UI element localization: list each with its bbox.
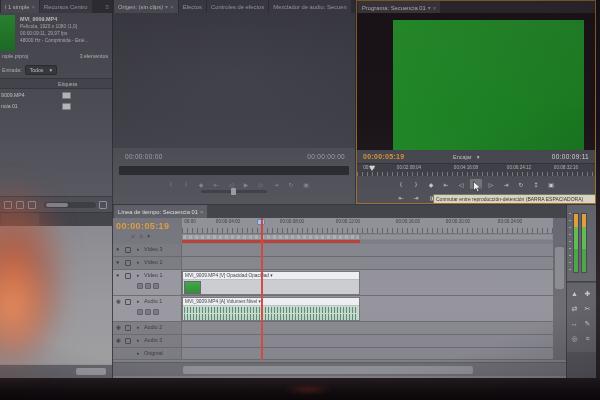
panel-menu-icon[interactable]: ≡ bbox=[352, 0, 355, 13]
slip-tool-icon[interactable]: ↔ bbox=[568, 316, 581, 331]
snap-settings-icon[interactable]: ◇ bbox=[139, 233, 143, 239]
track-expand-arrow-icon[interactable]: ▸ bbox=[137, 259, 140, 265]
tab-media-browser[interactable]: Recursos Centro bbox=[40, 0, 92, 13]
close-icon[interactable]: × bbox=[170, 4, 174, 10]
track-lock-icon[interactable] bbox=[125, 273, 131, 279]
add-marker-button[interactable]: ◆ bbox=[195, 179, 207, 189]
timeline-audio-clip[interactable]: MVI_9009.MP4 [A] Volumen:Nivel ▾ bbox=[182, 297, 360, 321]
selection-tool-icon[interactable]: ▲ bbox=[568, 286, 581, 301]
track-mute-toggle-icon[interactable]: ◉ bbox=[116, 337, 121, 343]
audio-clip-label: MVI_9009.MP4 [A] Volumen:Nivel ▾ bbox=[183, 298, 359, 306]
keyframe-controls[interactable] bbox=[137, 309, 159, 315]
timeline-hscrollbar[interactable] bbox=[113, 362, 566, 376]
loop-button[interactable]: ↻ bbox=[515, 179, 527, 189]
tab-timeline-label: Línea de tiempo: Secuencia 01 bbox=[118, 209, 198, 215]
track-output-toggle-icon[interactable]: ● bbox=[116, 272, 119, 278]
track-select-tool-icon[interactable]: ✚ bbox=[581, 286, 594, 301]
ripple-edit-tool-icon[interactable]: ⇄ bbox=[568, 301, 581, 316]
work-area-bar-tail[interactable] bbox=[360, 234, 553, 240]
track-lock-icon[interactable] bbox=[125, 299, 131, 305]
tab-source[interactable]: Origen: (sin clips)▾× bbox=[114, 0, 178, 13]
track-row-audio3[interactable]: ◉ ▸ Audio 3 bbox=[113, 335, 553, 348]
list-column-header[interactable]: Etiqueta bbox=[0, 78, 112, 89]
mark-out-button[interactable]: } bbox=[180, 179, 192, 189]
close-icon[interactable]: × bbox=[200, 209, 204, 215]
label-chip[interactable] bbox=[62, 103, 71, 110]
set-marker-icon[interactable]: ▾ bbox=[147, 233, 150, 239]
tab-source-label: Origen: (sin clips) bbox=[118, 4, 163, 10]
track-mute-toggle-icon[interactable]: ◉ bbox=[116, 324, 121, 330]
filter-dropdown[interactable]: Todos▾ bbox=[25, 65, 57, 75]
track-expand-arrow-icon[interactable]: ▸ bbox=[137, 350, 140, 356]
add-marker-button[interactable]: ◆ bbox=[425, 179, 437, 189]
track-lock-icon[interactable] bbox=[125, 247, 131, 253]
loop-button[interactable]: ↻ bbox=[285, 179, 297, 189]
export-frame-button[interactable]: ▣ bbox=[300, 179, 312, 189]
track-output-toggle-icon[interactable]: ● bbox=[116, 246, 119, 252]
shuttle-knob[interactable] bbox=[231, 188, 236, 195]
step-back-button[interactable]: ◁ bbox=[455, 179, 467, 189]
mark-in-button[interactable]: { bbox=[165, 179, 177, 189]
tab-timeline[interactable]: Línea de tiempo: Secuencia 01× bbox=[114, 205, 207, 218]
step-forward-button[interactable]: ▷ bbox=[485, 179, 497, 189]
go-to-in-button[interactable]: ⇤ bbox=[440, 179, 452, 189]
project-item-row[interactable]: ncia 01 bbox=[0, 101, 112, 112]
track-expand-arrow-icon[interactable]: ▸ bbox=[137, 298, 140, 304]
scroll-right-icon[interactable] bbox=[99, 201, 107, 209]
zoom-tool-icon[interactable]: ≡ bbox=[581, 331, 594, 346]
hand-tool-icon[interactable]: ◎ bbox=[568, 331, 581, 346]
track-output-toggle-icon[interactable]: ● bbox=[116, 259, 119, 265]
go-to-out-button[interactable]: ⇥ bbox=[500, 179, 512, 189]
video-clip-body bbox=[183, 280, 359, 294]
track-expand-arrow-icon[interactable]: ▸ bbox=[137, 337, 140, 343]
mark-in-button[interactable]: { bbox=[395, 179, 407, 189]
close-icon[interactable]: × bbox=[31, 4, 35, 10]
track-row-video2[interactable]: ● ▸ Vídeo 2 bbox=[113, 257, 553, 270]
snap-magnet-icon[interactable]: ∪ bbox=[131, 233, 135, 239]
track-expand-arrow-icon[interactable]: ▸ bbox=[137, 324, 140, 330]
export-frame-button[interactable]: ▣ bbox=[545, 179, 557, 189]
play-button[interactable]: ▶ bbox=[240, 179, 252, 189]
track-lock-icon[interactable] bbox=[125, 260, 131, 266]
project-item-row[interactable]: 9009.MP4 bbox=[0, 90, 112, 101]
pen-tool-icon[interactable]: ✎ bbox=[581, 316, 594, 331]
program-mini-ruler[interactable]: 00:00 00:02:08:04 00:04:16:08 00:06:24:1… bbox=[357, 163, 595, 176]
timeline-vscrollbar[interactable] bbox=[553, 244, 566, 360]
timeline-current-timecode[interactable]: 00:00:05:19 bbox=[116, 221, 169, 231]
close-icon[interactable]: × bbox=[433, 5, 437, 11]
track-expand-arrow-icon[interactable]: ▸ bbox=[137, 272, 140, 278]
razor-tool-icon[interactable]: ✂ bbox=[581, 301, 594, 316]
track-row-audio2[interactable]: ◉ ▸ Audio 2 bbox=[113, 322, 553, 335]
track-row-master[interactable]: ▸ Original bbox=[113, 348, 553, 360]
timeline-video-clip[interactable]: MVI_9009.MP4 [V] Opacidad:Opacidad ▾ bbox=[182, 271, 360, 295]
go-to-out-button[interactable]: ⇥ bbox=[270, 179, 282, 189]
go-to-previous-edit-button[interactable]: ⇤ bbox=[395, 192, 407, 202]
track-header: ● ▸ Vídeo 2 bbox=[113, 257, 182, 269]
track-lock-icon[interactable] bbox=[125, 338, 131, 344]
program-current-timecode[interactable]: 00:00:05:19 bbox=[363, 153, 404, 160]
go-to-in-button[interactable]: ⇤ bbox=[210, 179, 222, 189]
track-row-video3[interactable]: ● ▸ Vídeo 3 bbox=[113, 244, 553, 257]
tab-effect-controls[interactable]: Controles de efectos bbox=[207, 0, 268, 13]
track-mute-toggle-icon[interactable]: ◉ bbox=[116, 298, 121, 304]
track-lock-icon[interactable] bbox=[125, 325, 131, 331]
step-forward-button[interactable]: ▷ bbox=[255, 179, 267, 189]
program-playhead-marker[interactable] bbox=[369, 166, 375, 171]
track-expand-arrow-icon[interactable]: ▸ bbox=[137, 246, 140, 252]
mark-out-button[interactable]: } bbox=[410, 179, 422, 189]
shuttle-slider[interactable] bbox=[201, 190, 267, 193]
tab-project[interactable]: l 1 simple× bbox=[1, 0, 39, 13]
fit-dropdown[interactable]: Encajar▾ bbox=[453, 154, 479, 160]
playhead-line[interactable] bbox=[261, 218, 263, 360]
lift-button[interactable]: ↥ bbox=[530, 179, 542, 189]
ruler-label: 00:00 bbox=[184, 219, 196, 224]
timeline-ruler[interactable]: 00:00 00:00:04:00 00:00:08:00 00:00:12:0… bbox=[182, 218, 553, 234]
keyframe-controls[interactable] bbox=[137, 283, 159, 289]
panel-menu-icon[interactable]: ≡ bbox=[102, 0, 112, 13]
source-mini-ruler[interactable] bbox=[119, 166, 349, 175]
go-to-next-edit-button[interactable]: ⇥ bbox=[410, 192, 422, 202]
tab-effects[interactable]: Efectos bbox=[179, 0, 206, 13]
label-chip[interactable] bbox=[62, 92, 71, 99]
tab-audio-mixer[interactable]: Mezclador de audio: Secuen bbox=[269, 0, 350, 13]
source-current-timecode[interactable]: 00:00:00:00 bbox=[125, 153, 163, 160]
